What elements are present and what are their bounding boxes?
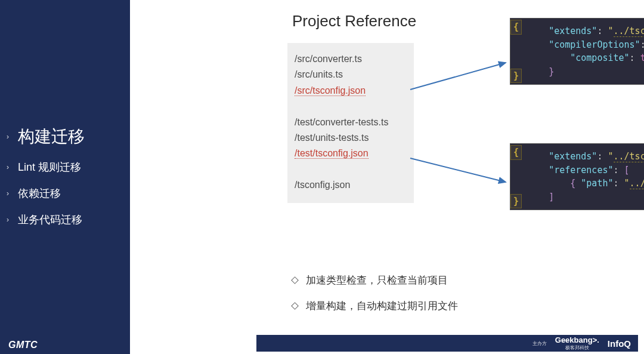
slide-content: Project Reference /src/converter.ts /src… — [130, 0, 644, 354]
file-path: /src/units.ts — [295, 69, 343, 79]
bullet-text: 增量构建，自动构建过期引用文件 — [306, 299, 458, 313]
code-string: ../tsconfig — [614, 26, 645, 37]
nav-item-deps[interactable]: › 依赖迁移 — [0, 180, 130, 207]
code-string: ../tsconfig — [614, 151, 645, 162]
nav-label: 依赖迁移 — [18, 186, 61, 201]
chevron-right-icon: › — [4, 163, 12, 171]
bullet-text: 加速类型检查，只检查当前项目 — [306, 273, 448, 287]
bullet-item: 增量构建，自动构建过期引用文件 — [292, 299, 458, 313]
nav-label: 构建迁移 — [18, 125, 85, 148]
file-path-highlight: /src/tsconfig.json — [295, 85, 366, 96]
geekbang-logo: Geekbang>. — [555, 335, 599, 344]
nav-item-build[interactable]: › 构建迁移 — [0, 119, 130, 154]
infoq-logo: InfoQ — [608, 338, 631, 349]
nav-item-lint[interactable]: › Lint 规则迁移 — [0, 154, 130, 180]
file-path: /test/converter-tests.ts — [295, 117, 388, 127]
slide-title: Project Reference — [292, 12, 416, 30]
gmtc-logo: GMTC — [8, 340, 38, 350]
footer-bar: 主办方 Geekbang>. 极客邦科技 InfoQ — [256, 335, 638, 352]
nav-item-biz[interactable]: › 业务代码迁移 — [0, 207, 130, 233]
sidebar: › 构建迁移 › Lint 规则迁移 › 依赖迁移 › 业务代码迁移 GMTC — [0, 0, 130, 354]
nav-label: 业务代码迁移 — [18, 213, 82, 227]
brace-open-icon: { — [510, 145, 522, 160]
diamond-icon — [291, 302, 299, 310]
code-snippet-src: { "extends": "../tsconfig", "compilerOpt… — [510, 18, 644, 85]
file-path: /src/converter.ts — [295, 54, 362, 64]
nav-label: Lint 规则迁移 — [18, 160, 81, 174]
chevron-right-icon: › — [4, 133, 12, 141]
code-string: ../src — [630, 178, 644, 189]
brace-close-icon: } — [510, 194, 522, 209]
host-label: 主办方 — [532, 340, 547, 347]
brace-close-icon: } — [510, 69, 522, 84]
code-snippet-test: { "extends": "../tsconfig", "references"… — [510, 143, 644, 210]
svg-line-1 — [410, 158, 506, 182]
diamond-icon — [291, 276, 299, 284]
chevron-right-icon: › — [4, 189, 12, 198]
file-path: /test/units-tests.ts — [295, 133, 369, 143]
arrow-icon — [410, 155, 512, 191]
chevron-right-icon: › — [4, 216, 12, 224]
bullet-list: 加速类型检查，只检查当前项目 增量构建，自动构建过期引用文件 — [292, 273, 458, 325]
file-path: /tsconfig.json — [295, 180, 350, 190]
bullet-item: 加速类型检查，只检查当前项目 — [292, 273, 458, 287]
file-list: /src/converter.ts /src/units.ts /src/tsc… — [287, 43, 414, 203]
nav-list: › 构建迁移 › Lint 规则迁移 › 依赖迁移 › 业务代码迁移 — [0, 119, 130, 233]
geekbang-sub: 极客邦科技 — [555, 344, 599, 351]
svg-line-0 — [410, 63, 506, 90]
arrow-icon — [410, 60, 512, 96]
file-path-highlight: /test/tsconfig.json — [295, 148, 369, 159]
brace-open-icon: { — [510, 20, 522, 35]
